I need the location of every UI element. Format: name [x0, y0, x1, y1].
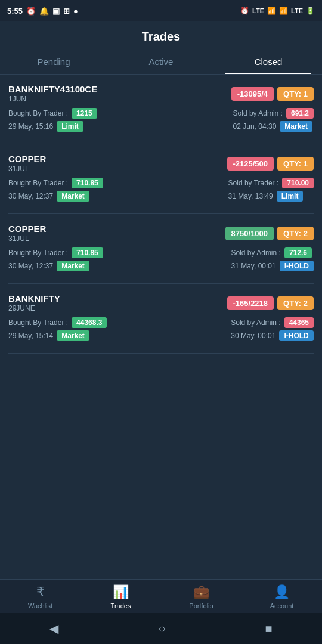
trade-expiry: 29JUNE	[8, 304, 60, 312]
status-left: 5:55 ⏰ 🔔 ▣ ⊞ ●	[7, 7, 78, 16]
portfolio-nav-label: Portfolio	[189, 602, 213, 609]
sim-icon: ▣	[52, 7, 60, 16]
qty-badge: QTY: 1	[277, 157, 314, 171]
trade-buy-detail: Bought By Trader : 710.85 30 May, 12:37 …	[8, 247, 103, 271]
buy-label: Bought By Trader :	[8, 179, 68, 187]
buy-tag: Limit	[57, 121, 83, 132]
trade-symbol-group: BANKNIFTY43100CE 1JUN	[8, 84, 97, 103]
sell-date: 30 May, 00:01	[231, 332, 275, 340]
android-nav: ◀ ○ ■	[0, 613, 322, 644]
buy-value: 710.85	[72, 178, 103, 188]
trade-symbol-group: COPPER 31JUL	[8, 224, 46, 243]
trade-sell-detail: Sold by Admin : 44365 30 May, 00:01 I-HO…	[231, 317, 314, 341]
trade-buy-detail: Bought By Trader : 710.85 30 May, 12:37 …	[8, 178, 103, 202]
buy-date: 30 May, 12:37	[8, 192, 53, 200]
misc-icon: ●	[73, 7, 78, 16]
trade-expiry: 31JUL	[8, 234, 46, 243]
buy-line: Bought By Trader : 710.85	[8, 247, 103, 258]
bottom-nav: ₹ Wachlist 📊 Trades 💼 Portfolio 👤 Accoun…	[0, 579, 322, 613]
sell-date-line: 30 May, 00:01 I-HOLD	[231, 330, 314, 341]
trade-buy-detail: Bought By Trader : 44368.3 29 May, 15:14…	[8, 317, 107, 341]
trade-item[interactable]: COPPER 31JUL 8750/1000 QTY: 2 Bought By …	[8, 214, 314, 284]
watchlist-nav-label: Wachlist	[28, 602, 52, 609]
sell-label: Sold by Admin :	[233, 109, 283, 117]
sell-date-line: 02 Jun, 04:30 Market	[233, 121, 314, 132]
buy-line: Bought By Trader : 710.85	[8, 178, 103, 188]
trade-symbol-group: BANKNIFTY 29JUNE	[8, 293, 60, 312]
buy-line: Bought By Trader : 44368.3	[8, 317, 107, 328]
nav-item-portfolio[interactable]: 💼 Portfolio	[161, 584, 242, 609]
trade-detail-row: Bought By Trader : 710.85 30 May, 12:37 …	[8, 178, 314, 202]
nav-item-trades[interactable]: 📊 Trades	[80, 584, 161, 609]
trade-expiry: 1JUN	[8, 95, 97, 103]
signal-icon: 📶	[279, 7, 288, 15]
tab-active[interactable]: Active	[107, 49, 215, 74]
account-nav-icon: 👤	[274, 584, 290, 600]
page-title: Trades	[142, 30, 180, 43]
trades-nav-icon: 📊	[113, 584, 129, 600]
time-display: 5:55	[7, 7, 23, 16]
sell-date: 31 May, 13:49	[228, 192, 273, 200]
page-header: Trades	[0, 21, 322, 49]
trade-sell-detail: Sold by Trader : 710.00 31 May, 13:49 Li…	[228, 178, 314, 202]
watchlist-nav-icon: ₹	[36, 584, 45, 600]
buy-tag: Market	[57, 261, 89, 271]
tab-pending[interactable]: Pending	[0, 49, 107, 74]
back-button[interactable]: ◀	[49, 621, 58, 636]
lte-badge: LTE	[252, 7, 264, 14]
buy-label: Bought By Trader :	[8, 109, 68, 117]
sell-date-line: 31 May, 00:01 I-HOLD	[231, 261, 314, 271]
buy-date-line: 30 May, 12:37 Market	[8, 191, 103, 202]
qty-badge: QTY: 2	[277, 227, 314, 240]
nav-item-account[interactable]: 👤 Account	[242, 584, 322, 609]
battery-icon: 🔋	[306, 7, 315, 15]
recent-button[interactable]: ■	[265, 622, 272, 636]
buy-value: 710.85	[72, 247, 103, 258]
buy-tag: Market	[57, 330, 89, 341]
sell-tag: Market	[280, 121, 312, 132]
trade-item[interactable]: COPPER 31JUL -2125/500 QTY: 1 Bought By …	[8, 144, 314, 214]
sell-label: Sold by Admin :	[231, 318, 280, 327]
buy-value: 44368.3	[72, 317, 107, 328]
status-right: ⏰ LTE 📶 📶 LTE 🔋	[240, 7, 315, 15]
sell-line: Sold by Trader : 710.00	[228, 178, 314, 188]
buy-date: 29 May, 15:14	[8, 332, 53, 340]
buy-label: Bought By Trader :	[8, 249, 68, 257]
trade-expiry: 31JUL	[8, 165, 46, 173]
trade-list: BANKNIFTY43100CE 1JUN -13095/4 QTY: 1 Bo…	[0, 75, 322, 354]
trade-badges: 8750/1000 QTY: 2	[225, 227, 314, 240]
trades-nav-label: Trades	[111, 602, 131, 609]
pnl-badge: -165/2218	[227, 296, 274, 310]
pnl-badge: -2125/500	[227, 157, 274, 171]
trade-header-row: BANKNIFTY43100CE 1JUN -13095/4 QTY: 1	[8, 84, 314, 103]
notification-icon: 🔔	[39, 7, 49, 16]
buy-date-line: 30 May, 12:37 Market	[8, 261, 103, 271]
alarm-icon: ⏰	[26, 7, 36, 16]
trade-symbol: COPPER	[8, 154, 46, 164]
home-button[interactable]: ○	[158, 622, 165, 636]
qty-badge: QTY: 1	[277, 87, 314, 101]
data-icon: ⊞	[63, 7, 70, 16]
trade-detail-row: Bought By Trader : 1215 29 May, 15:16 Li…	[8, 108, 314, 132]
buy-date-line: 29 May, 15:16 Limit	[8, 121, 97, 132]
trade-header-row: COPPER 31JUL 8750/1000 QTY: 2	[8, 224, 314, 243]
sell-date-line: 31 May, 13:49 Limit	[228, 191, 314, 202]
qty-badge: QTY: 2	[277, 296, 314, 310]
trade-header-row: COPPER 31JUL -2125/500 QTY: 1	[8, 154, 314, 173]
trade-badges: -2125/500 QTY: 1	[227, 157, 314, 171]
tab-closed[interactable]: Closed	[215, 49, 322, 74]
nav-item-watchlist[interactable]: ₹ Wachlist	[0, 584, 80, 609]
trade-item[interactable]: BANKNIFTY43100CE 1JUN -13095/4 QTY: 1 Bo…	[8, 75, 314, 144]
status-bar: 5:55 ⏰ 🔔 ▣ ⊞ ● ⏰ LTE 📶 📶 LTE 🔋	[0, 0, 322, 21]
trade-item[interactable]: BANKNIFTY 29JUNE -165/2218 QTY: 2 Bought…	[8, 284, 314, 354]
sell-value: 712.6	[284, 247, 312, 258]
wifi-icon: 📶	[267, 7, 276, 15]
sell-line: Sold by Admin : 712.6	[231, 247, 314, 258]
tab-bar: Pending Active Closed	[0, 49, 322, 75]
lte2-badge: LTE	[291, 7, 303, 14]
sell-tag: Limit	[277, 191, 304, 202]
trade-sell-detail: Sold by Admin : 691.2 02 Jun, 04:30 Mark…	[233, 108, 314, 132]
trade-sell-detail: Sold by Admin : 712.6 31 May, 00:01 I-HO…	[231, 247, 314, 271]
trade-detail-row: Bought By Trader : 44368.3 29 May, 15:14…	[8, 317, 314, 341]
trade-symbol: BANKNIFTY43100CE	[8, 84, 97, 94]
